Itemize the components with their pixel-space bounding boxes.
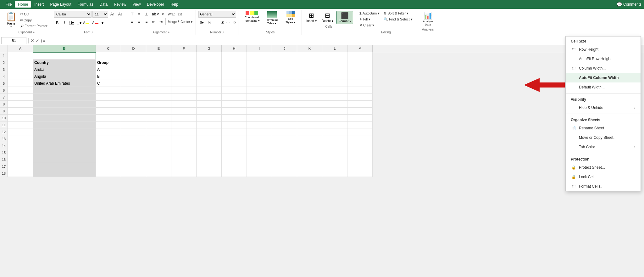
row-header-18[interactable]: 18 — [0, 170, 8, 177]
cell-I6[interactable] — [247, 87, 272, 94]
cell-A9[interactable] — [8, 108, 33, 115]
align-top-btn[interactable]: ⊤ — [129, 11, 136, 18]
cell-L1[interactable] — [322, 52, 347, 59]
comments-button[interactable]: 💬 Comments — [617, 2, 641, 7]
cell-G11[interactable] — [197, 122, 222, 128]
cell-A15[interactable] — [8, 149, 33, 156]
cell-B13[interactable] — [33, 135, 96, 142]
cell-E1[interactable] — [146, 52, 171, 59]
corner-cell[interactable] — [0, 45, 8, 52]
insert-button[interactable]: ⊞ Insert ▾ — [304, 11, 319, 24]
cell-E6[interactable] — [146, 87, 171, 94]
cell-E13[interactable] — [146, 135, 171, 142]
analyze-data-button[interactable]: 📊 AnalyzeData — [421, 11, 435, 27]
cell-H11[interactable] — [222, 122, 247, 128]
cell-K13[interactable] — [297, 135, 322, 142]
cell-I7[interactable] — [247, 94, 272, 101]
cell-H6[interactable] — [222, 87, 247, 94]
cell-C3[interactable]: A — [96, 66, 121, 73]
cell-D12[interactable] — [121, 128, 146, 135]
orientation-arrow[interactable]: ▾ — [159, 11, 166, 18]
formula-input[interactable] — [46, 38, 643, 43]
cell-B10[interactable] — [33, 115, 96, 122]
cell-D17[interactable] — [121, 163, 146, 170]
cell-G15[interactable] — [197, 149, 222, 156]
cell-H12[interactable] — [222, 128, 247, 135]
align-middle-btn[interactable]: ≡ — [136, 11, 143, 18]
cell-A14[interactable] — [8, 142, 33, 149]
menu-file[interactable]: File — [3, 1, 15, 8]
cell-E14[interactable] — [146, 142, 171, 149]
cell-F7[interactable] — [171, 94, 197, 101]
name-box[interactable] — [1, 37, 26, 44]
lock-cell-item[interactable]: 🔒 Lock Cell — [566, 172, 641, 177]
cell-B2[interactable]: Country — [33, 59, 96, 66]
cell-L12[interactable] — [322, 128, 347, 135]
cell-A6[interactable] — [8, 87, 33, 94]
cell-J8[interactable] — [272, 101, 297, 108]
cell-J17[interactable] — [272, 163, 297, 170]
cell-E3[interactable] — [146, 66, 171, 73]
cell-I2[interactable] — [247, 59, 272, 66]
cell-G6[interactable] — [197, 87, 222, 94]
cell-L5[interactable] — [322, 80, 347, 87]
cell-E18[interactable] — [146, 170, 171, 177]
cell-D3[interactable] — [121, 66, 146, 73]
cell-D6[interactable] — [121, 87, 146, 94]
align-bottom-btn[interactable]: ⊥ — [143, 11, 150, 18]
cell-K8[interactable] — [297, 101, 322, 108]
cell-F6[interactable] — [171, 87, 197, 94]
cell-F14[interactable] — [171, 142, 197, 149]
cell-F17[interactable] — [171, 163, 197, 170]
cell-F1[interactable] — [171, 52, 197, 59]
cell-I12[interactable] — [247, 128, 272, 135]
cell-I17[interactable] — [247, 163, 272, 170]
cell-L14[interactable] — [322, 142, 347, 149]
cell-D18[interactable] — [121, 170, 146, 177]
align-right-btn[interactable]: ≡ — [143, 18, 150, 25]
cell-E15[interactable] — [146, 149, 171, 156]
cell-K11[interactable] — [297, 122, 322, 128]
cell-B5[interactable]: United Arab Emirates — [33, 80, 96, 87]
cell-I10[interactable] — [247, 115, 272, 122]
cell-F12[interactable] — [171, 128, 197, 135]
row-header-9[interactable]: 9 — [0, 108, 8, 115]
cell-C12[interactable] — [96, 128, 121, 135]
cell-J12[interactable] — [272, 128, 297, 135]
cell-I1[interactable] — [247, 52, 272, 59]
cell-K1[interactable] — [297, 52, 322, 59]
decrease-font-btn[interactable]: A↓ — [117, 11, 124, 18]
cell-K15[interactable] — [297, 149, 322, 156]
cell-M1[interactable] — [347, 52, 373, 59]
format-painter-button[interactable]: 🖌 Format Painter — [19, 23, 49, 28]
cell-C1[interactable] — [96, 52, 121, 59]
cell-C9[interactable] — [96, 108, 121, 115]
cell-K16[interactable] — [297, 156, 322, 163]
font-color-arrow[interactable]: ▾ — [99, 20, 106, 26]
cell-E12[interactable] — [146, 128, 171, 135]
col-header-B[interactable]: B — [33, 45, 96, 52]
cell-J7[interactable] — [272, 94, 297, 101]
cell-D7[interactable] — [121, 94, 146, 101]
cell-C8[interactable] — [96, 101, 121, 108]
cell-M12[interactable] — [347, 128, 373, 135]
menu-review[interactable]: Review — [111, 1, 129, 8]
row-header-3[interactable]: 3 — [0, 66, 8, 73]
cell-L8[interactable] — [322, 101, 347, 108]
autofit-column-width-item[interactable]: AutoFit Column Width — [566, 73, 641, 82]
cell-A8[interactable] — [8, 101, 33, 108]
cell-E16[interactable] — [146, 156, 171, 163]
cell-G8[interactable] — [197, 101, 222, 108]
menu-view[interactable]: View — [130, 1, 144, 8]
cell-H15[interactable] — [222, 149, 247, 156]
cell-B12[interactable] — [33, 128, 96, 135]
cell-D16[interactable] — [121, 156, 146, 163]
find-select-button[interactable]: 🔍 Find & Select ▾ — [382, 17, 414, 22]
cell-J3[interactable] — [272, 66, 297, 73]
cell-G9[interactable] — [197, 108, 222, 115]
row-header-16[interactable]: 16 — [0, 156, 8, 163]
cell-styles-button[interactable]: CellStyles ▾ — [283, 11, 298, 25]
cell-K3[interactable] — [297, 66, 322, 73]
cell-C5[interactable]: C — [96, 80, 121, 87]
cell-H13[interactable] — [222, 135, 247, 142]
